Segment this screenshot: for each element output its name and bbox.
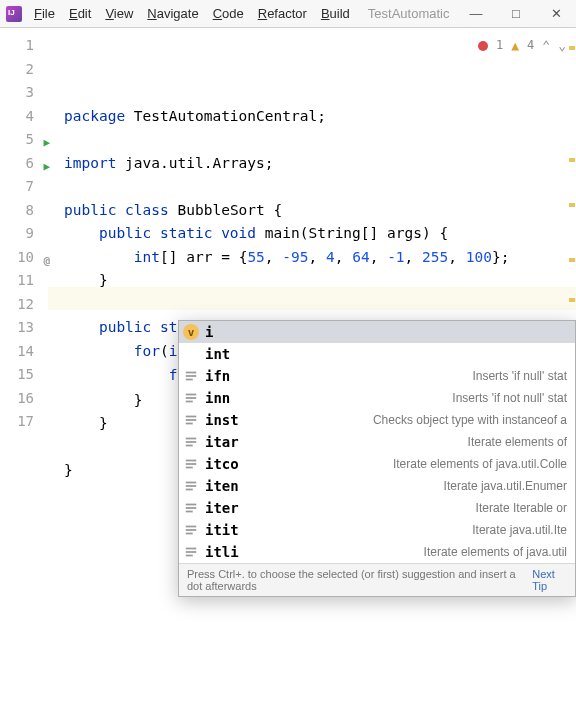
template-icon bbox=[183, 390, 199, 406]
stripe-warning[interactable] bbox=[569, 203, 575, 207]
completion-item[interactable]: itcoIterate elements of java.util.Colle bbox=[179, 453, 575, 475]
warning-icon[interactable]: ▲ bbox=[511, 34, 519, 58]
line-number: 17 bbox=[0, 410, 48, 434]
completion-key: ifn bbox=[205, 368, 230, 384]
line-number: 11 bbox=[0, 269, 48, 293]
completion-key: inst bbox=[205, 412, 239, 428]
next-highlight-icon[interactable]: ⌄ bbox=[558, 34, 566, 58]
line-number: 8 bbox=[0, 199, 48, 223]
svg-rect-9 bbox=[186, 438, 197, 440]
stripe-warning[interactable] bbox=[569, 258, 575, 262]
completion-desc: Iterate Iterable or bbox=[476, 501, 567, 515]
line-number: 7 bbox=[0, 175, 48, 199]
completion-item[interactable]: itarIterate elements of bbox=[179, 431, 575, 453]
menu-build[interactable]: Build bbox=[315, 2, 356, 25]
blank-icon bbox=[183, 346, 199, 362]
completion-key: inn bbox=[205, 390, 230, 406]
template-icon bbox=[183, 544, 199, 560]
completion-desc: Iterate java.util.Ite bbox=[472, 523, 567, 537]
completion-desc: Iterate elements of java.util.Colle bbox=[393, 457, 567, 471]
completion-item[interactable]: ifnInserts 'if null' stat bbox=[179, 365, 575, 387]
svg-rect-14 bbox=[186, 467, 193, 469]
svg-rect-2 bbox=[186, 379, 193, 381]
completion-item[interactable]: int bbox=[179, 343, 575, 365]
svg-rect-3 bbox=[186, 394, 197, 396]
line-number: 12 bbox=[0, 293, 48, 317]
completion-desc: Iterate java.util.Enumer bbox=[444, 479, 567, 493]
menu-file[interactable]: File bbox=[28, 2, 61, 25]
completion-key: itco bbox=[205, 456, 239, 472]
next-tip-link[interactable]: Next Tip bbox=[532, 568, 567, 592]
close-button[interactable]: ✕ bbox=[536, 0, 576, 28]
completion-popup: viintifnInserts 'if null' statinnInserts… bbox=[178, 320, 576, 597]
maximize-button[interactable]: □ bbox=[496, 0, 536, 28]
menu-code[interactable]: Code bbox=[207, 2, 250, 25]
svg-rect-5 bbox=[186, 401, 193, 403]
completion-key: int bbox=[205, 346, 230, 362]
completion-desc: Iterate elements of bbox=[468, 435, 567, 449]
inspection-badges[interactable]: 1 ▲4 ⌃ ⌄ bbox=[478, 34, 566, 58]
menu-view[interactable]: View bbox=[99, 2, 139, 25]
completion-item[interactable]: iterIterate Iterable or bbox=[179, 497, 575, 519]
svg-rect-7 bbox=[186, 419, 197, 421]
stripe-warning[interactable] bbox=[569, 298, 575, 302]
prev-highlight-icon[interactable]: ⌃ bbox=[542, 34, 550, 58]
completion-desc: Inserts 'if not null' stat bbox=[452, 391, 567, 405]
template-icon bbox=[183, 412, 199, 428]
template-icon bbox=[183, 434, 199, 450]
minimize-button[interactable]: — bbox=[456, 0, 496, 28]
gutter: 1 2 3 4 5▶ 6▶ 7 8 9 10@ 11 12 13 14 15 1… bbox=[0, 28, 48, 720]
completion-item[interactable]: itenIterate java.util.Enumer bbox=[179, 475, 575, 497]
line-number: 15 bbox=[0, 363, 48, 387]
stripe-warning[interactable] bbox=[569, 46, 575, 50]
line-number: 1 bbox=[0, 34, 48, 58]
completion-hint: Press Ctrl+. to choose the selected (or … bbox=[187, 568, 532, 592]
template-icon bbox=[183, 478, 199, 494]
svg-rect-16 bbox=[186, 485, 197, 487]
completion-item[interactable]: ititIterate java.util.Ite bbox=[179, 519, 575, 541]
completion-desc: Checks object type with instanceof a bbox=[373, 413, 567, 427]
svg-rect-0 bbox=[186, 372, 197, 374]
svg-rect-18 bbox=[186, 504, 197, 506]
svg-rect-17 bbox=[186, 489, 193, 491]
completion-key: itar bbox=[205, 434, 239, 450]
menu-navigate[interactable]: Navigate bbox=[141, 2, 204, 25]
error-count: 1 bbox=[496, 34, 503, 58]
open-file-tab[interactable]: TestAutomatic bbox=[368, 6, 450, 21]
menu-edit[interactable]: Edit bbox=[63, 2, 97, 25]
svg-rect-23 bbox=[186, 533, 193, 535]
line-number: 6▶ bbox=[0, 152, 48, 176]
svg-rect-15 bbox=[186, 482, 197, 484]
line-number: 2 bbox=[0, 58, 48, 82]
completion-key: iten bbox=[205, 478, 239, 494]
completion-item[interactable]: vi bbox=[179, 321, 575, 343]
template-icon bbox=[183, 368, 199, 384]
svg-rect-8 bbox=[186, 423, 193, 425]
warning-count: 4 bbox=[527, 34, 534, 58]
svg-rect-19 bbox=[186, 507, 197, 509]
menu-bar: File Edit View Navigate Code Refactor Bu… bbox=[28, 2, 356, 25]
svg-rect-24 bbox=[186, 548, 197, 550]
template-icon bbox=[183, 456, 199, 472]
template-icon bbox=[183, 500, 199, 516]
line-number: 4 bbox=[0, 105, 48, 129]
completion-item[interactable]: instChecks object type with instanceof a bbox=[179, 409, 575, 431]
stripe-warning[interactable] bbox=[569, 158, 575, 162]
svg-rect-12 bbox=[186, 460, 197, 462]
completion-key: iter bbox=[205, 500, 239, 516]
completion-key: itli bbox=[205, 544, 239, 560]
line-number: 9 bbox=[0, 222, 48, 246]
svg-rect-4 bbox=[186, 397, 197, 399]
app-icon bbox=[6, 6, 22, 22]
svg-rect-21 bbox=[186, 526, 197, 528]
line-number: 3 bbox=[0, 81, 48, 105]
svg-rect-20 bbox=[186, 511, 193, 513]
error-icon[interactable] bbox=[478, 41, 488, 51]
completion-desc: Iterate elements of java.util bbox=[424, 545, 567, 559]
svg-rect-1 bbox=[186, 375, 197, 377]
template-icon bbox=[183, 522, 199, 538]
completion-item[interactable]: itliIterate elements of java.util bbox=[179, 541, 575, 563]
menu-refactor[interactable]: Refactor bbox=[252, 2, 313, 25]
completion-item[interactable]: innInserts 'if not null' stat bbox=[179, 387, 575, 409]
variable-icon: v bbox=[183, 324, 199, 340]
